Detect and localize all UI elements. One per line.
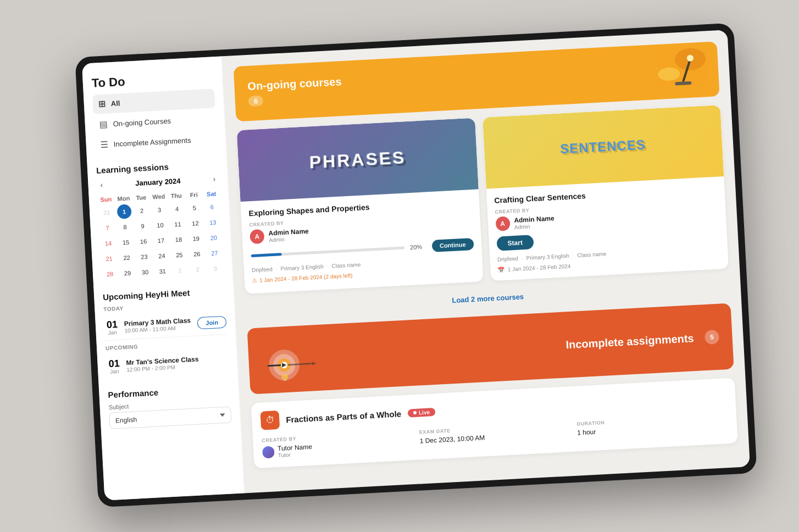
tag-dripfeed-2: Dripfeed <box>497 256 518 263</box>
todo-title: To Do <box>91 70 214 91</box>
course-body-sentences: Crafting Clear Sentences CREATED BY A Ad… <box>486 176 729 281</box>
meta-exam-date: EXAM DATE 1 Dec 2023, 10:00 AM <box>419 422 571 451</box>
meta-created-by: CREATED BY Tutor Name Tutor <box>262 430 414 459</box>
cal-day[interactable]: 9 <box>135 219 150 234</box>
meet-month: Jan <box>110 368 119 375</box>
thumb-text: SENTENCES <box>560 137 646 157</box>
subject-select[interactable]: English Math Science <box>109 406 231 429</box>
meet-date-today: 01 Jan <box>104 319 120 336</box>
meet-date-upcoming: 01 Jan <box>106 358 122 375</box>
cal-day[interactable]: 31 <box>155 264 170 279</box>
cal-day[interactable]: 10 <box>153 218 168 232</box>
calendar-header: ‹ January 2024 › <box>97 173 219 191</box>
cal-day[interactable]: 21 <box>102 251 116 266</box>
cal-day[interactable]: 25 <box>172 247 187 262</box>
cal-day[interactable]: 3 <box>208 261 223 276</box>
meet-info-today: Primary 3 Math Class 10:00 AM - 11:00 AM <box>124 316 198 334</box>
live-badge: Live <box>408 407 436 417</box>
meet-day-num: 01 <box>106 319 118 330</box>
cal-day[interactable]: 16 <box>136 234 151 249</box>
tag-class-name: Class name <box>331 262 360 269</box>
calendar-prev-button[interactable]: ‹ <box>97 179 107 191</box>
cal-day[interactable]: 27 <box>207 246 222 261</box>
start-button[interactable]: Start <box>496 235 534 251</box>
progress-bar-bg <box>251 246 405 257</box>
load-more-button[interactable]: Load 2 more courses <box>447 288 529 309</box>
cal-day[interactable]: 15 <box>118 235 133 250</box>
cal-day[interactable]: 23 <box>137 250 152 264</box>
assignment-title: Fractions as Parts of a Whole <box>286 409 402 424</box>
svg-line-9 <box>268 365 281 366</box>
cal-day[interactable]: 8 <box>118 219 132 234</box>
cal-day[interactable]: 5 <box>187 201 202 215</box>
cal-day[interactable]: 30 <box>137 265 152 280</box>
continue-button[interactable]: Continue <box>431 238 474 252</box>
cal-day[interactable]: 22 <box>119 250 134 265</box>
cal-day[interactable]: 2 <box>190 262 205 277</box>
target-graphic <box>261 336 318 383</box>
cal-day[interactable]: 12 <box>188 216 203 231</box>
cal-day[interactable]: 3 <box>152 202 167 217</box>
performance-title: Performance <box>108 384 230 400</box>
cal-day[interactable]: 1 <box>173 263 187 278</box>
cal-day[interactable]: 29 <box>120 265 135 280</box>
cal-header-wed: Wed <box>150 191 167 202</box>
upcoming-meet-title: Upcoming HeyHi Meet <box>103 286 225 302</box>
cal-day[interactable]: 19 <box>188 231 203 246</box>
incomplete-banner-right: Incomplete assignments 5 <box>317 330 719 365</box>
tag-sep: · <box>521 255 523 261</box>
cal-header-thu: Thu <box>168 190 185 201</box>
lamp-icon <box>651 42 709 102</box>
calendar: ‹ January 2024 › Sun Mon Tue Wed Thu Fri… <box>97 173 224 281</box>
tag-class-2: Class name <box>577 251 606 258</box>
live-label: Live <box>419 409 430 415</box>
cal-day[interactable]: 4 <box>169 201 184 216</box>
progress-percent: 20% <box>410 243 427 251</box>
live-dot <box>413 411 417 414</box>
incomplete-banner[interactable]: Incomplete assignments 5 <box>247 303 734 395</box>
cal-day[interactable]: 28 <box>102 267 117 281</box>
course-thumbnail-phrases: PHRASES <box>237 118 479 202</box>
cal-day[interactable]: 17 <box>153 233 168 248</box>
cal-day[interactable]: 20 <box>206 230 221 245</box>
meet-month: Jan <box>108 329 117 336</box>
assignment-icon: ⏱ <box>260 411 280 430</box>
creator-avatar-phrases: A <box>249 229 264 244</box>
cal-day[interactable]: 14 <box>101 236 115 251</box>
cal-header-tue: Tue <box>132 192 149 203</box>
meet-item-today: 01 Jan Primary 3 Math Class 10:00 AM - 1… <box>104 309 227 341</box>
cal-day[interactable]: 6 <box>204 199 219 214</box>
cal-header-sun: Sun <box>97 194 114 205</box>
cal-day[interactable]: 24 <box>154 248 169 263</box>
assignments-icon: ☰ <box>100 139 108 150</box>
cal-day[interactable]: 13 <box>206 215 220 230</box>
meet-item-upcoming: 01 Jan Mr Tan's Science Class 12:00 PM -… <box>106 348 229 380</box>
ongoing-banner-title: On-going courses <box>247 75 342 93</box>
calendar-next-button[interactable]: › <box>209 173 219 185</box>
course-thumbnail-sentences: SENTENCES <box>482 105 724 189</box>
tag-separator2: · <box>327 263 329 269</box>
date-warning-text: 1 Jan 2024 - 28 Feb 2024 (2 days left) <box>259 273 353 284</box>
cal-day-today[interactable]: 1 <box>116 204 131 219</box>
menu-incomplete-label: Incomplete Assignments <box>113 136 191 148</box>
grid-icon: ⊞ <box>98 99 106 110</box>
cal-day[interactable]: 2 <box>134 203 149 218</box>
course-count-badge: 6 <box>248 96 263 107</box>
tutor-role: Tutor <box>278 451 312 458</box>
cal-day[interactable]: 11 <box>170 217 185 231</box>
cal-day[interactable]: 7 <box>100 220 115 235</box>
cal-day[interactable]: 18 <box>171 232 186 247</box>
todo-section: To Do ⊞ All ▤ On-going Courses ☰ Incompl… <box>91 70 217 154</box>
learning-sessions-title: Learning sessions <box>96 159 219 175</box>
svg-point-4 <box>658 67 680 81</box>
cal-header-fri: Fri <box>185 190 202 201</box>
tutor-info: Tutor Name Tutor <box>278 443 313 458</box>
assignment-card: ⏱ Fractions as Parts of a Whole Live CRE… <box>251 378 738 468</box>
incomplete-banner-title: Incomplete assignments <box>317 332 694 364</box>
cal-day[interactable]: 26 <box>190 247 204 262</box>
join-button[interactable]: Join <box>197 315 227 329</box>
tag-primary-english: Primary 3 English <box>280 263 324 271</box>
cal-day[interactable]: 31 <box>99 205 114 220</box>
cal-header-sat: Sat <box>203 189 220 199</box>
tag-english-2: Primary 3 English <box>526 253 569 261</box>
